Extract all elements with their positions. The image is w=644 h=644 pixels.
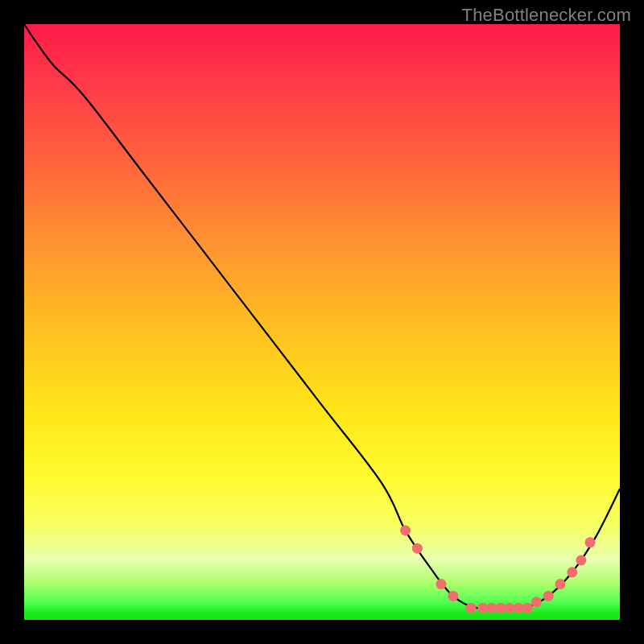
data-marker — [412, 543, 423, 554]
marker-group — [400, 526, 595, 613]
bottleneck-curve — [24, 24, 620, 609]
data-marker — [477, 603, 488, 613]
data-marker — [486, 603, 497, 613]
data-marker — [466, 603, 477, 613]
data-marker — [543, 591, 554, 601]
data-marker — [436, 579, 447, 589]
data-marker — [505, 603, 515, 613]
data-marker — [531, 597, 542, 607]
curve-svg — [24, 24, 620, 620]
chart-frame: TheBottlenecker.com — [0, 0, 644, 644]
data-marker — [448, 591, 458, 601]
data-marker — [555, 579, 566, 589]
data-marker — [514, 603, 524, 613]
data-marker — [576, 555, 586, 566]
data-marker — [496, 603, 506, 613]
data-marker — [522, 603, 533, 613]
data-marker — [400, 526, 411, 536]
plot-area — [24, 24, 620, 620]
data-marker — [585, 537, 596, 547]
watermark-text: TheBottlenecker.com — [462, 5, 631, 26]
data-marker — [567, 567, 577, 577]
